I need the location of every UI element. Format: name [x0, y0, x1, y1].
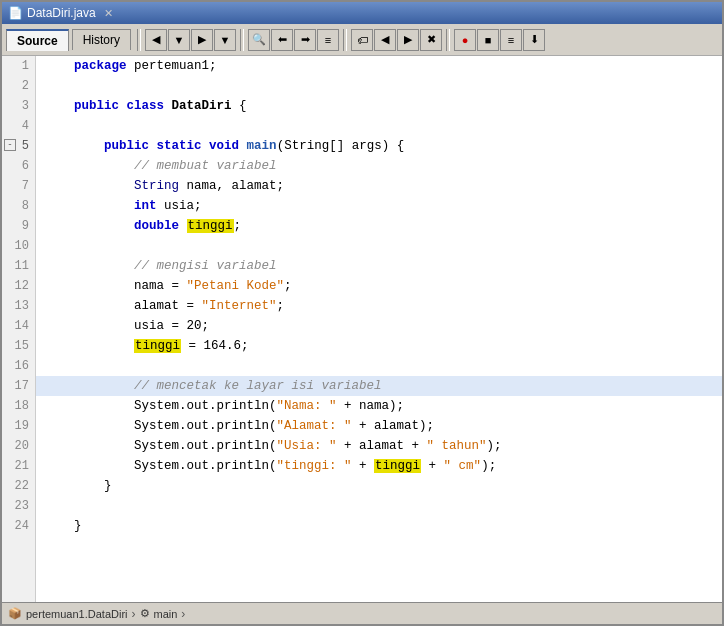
- line-12: nama = "Petani Kode";: [36, 276, 722, 296]
- tab-history[interactable]: History: [72, 29, 131, 50]
- ln-15: 15: [2, 336, 35, 356]
- title-bar: 📄 DataDiri.java ✕: [2, 2, 722, 24]
- code-lines: package pertemuan1; public class DataDir…: [36, 56, 722, 536]
- window-title: DataDiri.java: [27, 6, 96, 20]
- file-icon: 📄: [8, 6, 23, 20]
- ln-3: 3: [2, 96, 35, 116]
- line-10: [36, 236, 722, 256]
- tab-source[interactable]: Source: [6, 29, 69, 51]
- ln-11: 11: [2, 256, 35, 276]
- collapse-icon[interactable]: -: [4, 139, 16, 151]
- back-btn[interactable]: ◀: [145, 29, 167, 51]
- line-15: tinggi = 164.6;: [36, 336, 722, 356]
- ln-12: 12: [2, 276, 35, 296]
- status-arrow1: ›: [132, 607, 136, 621]
- line-20: System.out.println("Usia: " + alamat + "…: [36, 436, 722, 456]
- main-window: 📄 DataDiri.java ✕ Source History ◀ ▼ ▶ ▼…: [0, 0, 724, 626]
- line-18: System.out.println("Nama: " + nama);: [36, 396, 722, 416]
- tab-group: Source History: [6, 29, 133, 51]
- sep1: [137, 29, 141, 51]
- ln-17: 17: [2, 376, 35, 396]
- ln-6: 6: [2, 156, 35, 176]
- line-11: // mengisi variabel: [36, 256, 722, 276]
- ln-5: 5-: [2, 136, 35, 156]
- ln-14: 14: [2, 316, 35, 336]
- bookmark-btn[interactable]: 🏷: [351, 29, 373, 51]
- editor-area: 1 2 3 4 5- 6 7 8 9 10 11 12 13 14 15 16 …: [2, 56, 722, 602]
- clear-bookmark-btn[interactable]: ✖: [420, 29, 442, 51]
- close-icon[interactable]: ✕: [104, 7, 113, 20]
- toolbar-nav-group: ◀ ▼ ▶ ▼: [145, 29, 236, 51]
- ln-18: 18: [2, 396, 35, 416]
- line-14: usia = 20;: [36, 316, 722, 336]
- square-btn[interactable]: ■: [477, 29, 499, 51]
- line-23: [36, 496, 722, 516]
- lines-btn[interactable]: ≡: [500, 29, 522, 51]
- ln-1: 1: [2, 56, 35, 76]
- status-arrow2: ›: [181, 607, 185, 621]
- statusbar: 📦 pertemuan1.DataDiri › ⚙ main ›: [2, 602, 722, 624]
- search-btn[interactable]: 🔍: [248, 29, 270, 51]
- dropdown2-btn[interactable]: ▼: [214, 29, 236, 51]
- line-4: [36, 116, 722, 136]
- ln-9: 9: [2, 216, 35, 236]
- toolbar-extra-group: ● ■ ≡ ⬇: [454, 29, 545, 51]
- status-package: pertemuan1.DataDiri: [26, 608, 128, 620]
- next-match-btn[interactable]: ➡: [294, 29, 316, 51]
- code-area[interactable]: package pertemuan1; public class DataDir…: [36, 56, 722, 602]
- line-24: }: [36, 516, 722, 536]
- ln-23: 23: [2, 496, 35, 516]
- line-8: int usia;: [36, 196, 722, 216]
- next-bookmark-btn[interactable]: ▶: [397, 29, 419, 51]
- status-method-icon: ⚙: [140, 607, 150, 620]
- sep4: [446, 29, 450, 51]
- title-bar-left: 📄 DataDiri.java ✕: [8, 6, 113, 20]
- ln-2: 2: [2, 76, 35, 96]
- stop-btn[interactable]: ●: [454, 29, 476, 51]
- ln-13: 13: [2, 296, 35, 316]
- line-19: System.out.println("Alamat: " + alamat);: [36, 416, 722, 436]
- ln-8: 8: [2, 196, 35, 216]
- ln-21: 21: [2, 456, 35, 476]
- ln-19: 19: [2, 416, 35, 436]
- line-3: public class DataDiri {: [36, 96, 722, 116]
- line-22: }: [36, 476, 722, 496]
- toolbar-search-group: 🔍 ⬅ ➡ ≡: [248, 29, 339, 51]
- ln-10: 10: [2, 236, 35, 256]
- line-9: double tinggi;: [36, 216, 722, 236]
- line-17: // mencetak ke layar isi variabel: [36, 376, 722, 396]
- ln-4: 4: [2, 116, 35, 136]
- ln-20: 20: [2, 436, 35, 456]
- lines2-btn[interactable]: ⬇: [523, 29, 545, 51]
- toolbar: Source History ◀ ▼ ▶ ▼ 🔍 ⬅ ➡ ≡ 🏷 ◀ ▶ ✖ ●…: [2, 24, 722, 56]
- line-1: package pertemuan1;: [36, 56, 722, 76]
- line-2: [36, 76, 722, 96]
- fwd-btn[interactable]: ▶: [191, 29, 213, 51]
- status-icon: 📦: [8, 607, 22, 620]
- toolbar-action-group: 🏷 ◀ ▶ ✖: [351, 29, 442, 51]
- match-all-btn[interactable]: ≡: [317, 29, 339, 51]
- line-7: String nama, alamat;: [36, 176, 722, 196]
- line-13: alamat = "Internet";: [36, 296, 722, 316]
- line-6: // membuat variabel: [36, 156, 722, 176]
- sep2: [240, 29, 244, 51]
- ln-24: 24: [2, 516, 35, 536]
- line-16: [36, 356, 722, 376]
- dropdown-btn[interactable]: ▼: [168, 29, 190, 51]
- prev-bookmark-btn[interactable]: ◀: [374, 29, 396, 51]
- ln-16: 16: [2, 356, 35, 376]
- status-method: main: [154, 608, 178, 620]
- line-21: System.out.println("tinggi: " + tinggi +…: [36, 456, 722, 476]
- ln-7: 7: [2, 176, 35, 196]
- prev-match-btn[interactable]: ⬅: [271, 29, 293, 51]
- ln-22: 22: [2, 476, 35, 496]
- line-5: public static void main(String[] args) {: [36, 136, 722, 156]
- sep3: [343, 29, 347, 51]
- line-gutter: 1 2 3 4 5- 6 7 8 9 10 11 12 13 14 15 16 …: [2, 56, 36, 602]
